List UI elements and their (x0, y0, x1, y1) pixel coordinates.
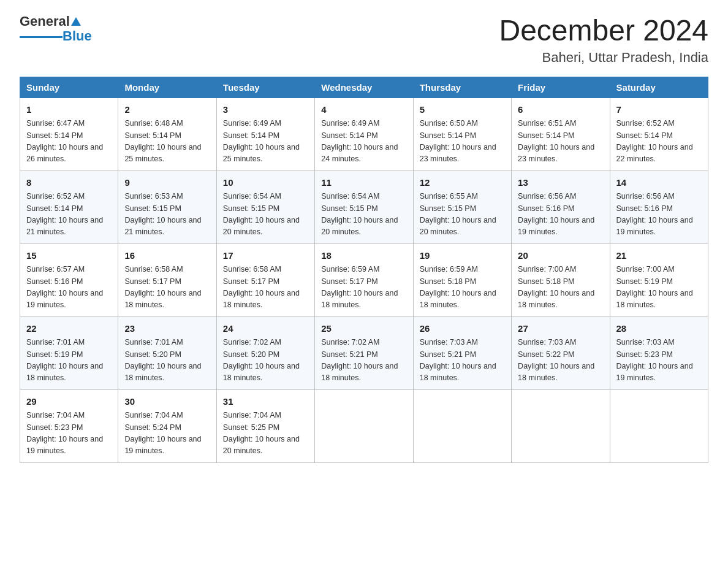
day-number: 22 (26, 322, 112, 336)
day-number: 13 (518, 176, 603, 190)
day-number: 31 (223, 395, 308, 409)
calendar-cell: 2 Sunrise: 6:48 AM Sunset: 5:14 PM Dayli… (118, 98, 216, 170)
day-info: Sunrise: 7:01 AM Sunset: 5:19 PM Dayligh… (26, 337, 112, 385)
day-number: 1 (26, 103, 112, 117)
day-number: 16 (124, 249, 210, 263)
calendar-cell: 3 Sunrise: 6:49 AM Sunset: 5:14 PM Dayli… (216, 98, 314, 170)
day-number: 30 (124, 395, 210, 409)
day-number: 5 (420, 103, 505, 117)
calendar-cell: 22 Sunrise: 7:01 AM Sunset: 5:19 PM Dayl… (20, 316, 118, 389)
day-number: 23 (124, 322, 210, 336)
calendar-cell: 20 Sunrise: 7:00 AM Sunset: 5:18 PM Dayl… (512, 243, 610, 316)
day-info: Sunrise: 7:04 AM Sunset: 5:23 PM Dayligh… (26, 410, 112, 458)
calendar-cell: 5 Sunrise: 6:50 AM Sunset: 5:14 PM Dayli… (413, 98, 511, 170)
day-number: 8 (26, 176, 112, 190)
day-info: Sunrise: 6:58 AM Sunset: 5:17 PM Dayligh… (124, 264, 210, 312)
calendar-cell: 7 Sunrise: 6:52 AM Sunset: 5:14 PM Dayli… (610, 98, 708, 170)
calendar-week-row: 15 Sunrise: 6:57 AM Sunset: 5:16 PM Dayl… (20, 243, 708, 316)
calendar-table: Sunday Monday Tuesday Wednesday Thursday… (20, 77, 708, 463)
col-wednesday: Wednesday (315, 77, 413, 98)
day-number: 25 (321, 322, 406, 336)
day-number: 17 (223, 249, 308, 263)
day-info: Sunrise: 6:52 AM Sunset: 5:14 PM Dayligh… (616, 118, 702, 166)
day-info: Sunrise: 6:59 AM Sunset: 5:17 PM Dayligh… (321, 264, 406, 312)
calendar-cell: 27 Sunrise: 7:03 AM Sunset: 5:22 PM Dayl… (512, 316, 610, 389)
day-info: Sunrise: 7:03 AM Sunset: 5:22 PM Dayligh… (518, 337, 603, 385)
calendar-cell: 26 Sunrise: 7:03 AM Sunset: 5:21 PM Dayl… (413, 316, 511, 389)
page-header: General Blue December 2024 Baheri, Uttar… (20, 15, 708, 66)
calendar-cell: 13 Sunrise: 6:56 AM Sunset: 5:16 PM Dayl… (512, 170, 610, 243)
calendar-cell: 25 Sunrise: 7:02 AM Sunset: 5:21 PM Dayl… (315, 316, 413, 389)
day-info: Sunrise: 7:03 AM Sunset: 5:21 PM Dayligh… (420, 337, 505, 385)
calendar-cell: 23 Sunrise: 7:01 AM Sunset: 5:20 PM Dayl… (118, 316, 216, 389)
day-number: 7 (616, 103, 702, 117)
day-number: 15 (26, 249, 112, 263)
col-sunday: Sunday (20, 77, 118, 98)
day-info: Sunrise: 6:49 AM Sunset: 5:14 PM Dayligh… (321, 118, 406, 166)
calendar-cell: 30 Sunrise: 7:04 AM Sunset: 5:24 PM Dayl… (118, 389, 216, 462)
day-info: Sunrise: 6:57 AM Sunset: 5:16 PM Dayligh… (26, 264, 112, 312)
calendar-cell: 1 Sunrise: 6:47 AM Sunset: 5:14 PM Dayli… (20, 98, 118, 170)
day-number: 6 (518, 103, 603, 117)
header-row: Sunday Monday Tuesday Wednesday Thursday… (20, 77, 708, 98)
day-number: 24 (223, 322, 308, 336)
day-info: Sunrise: 7:04 AM Sunset: 5:24 PM Dayligh… (124, 410, 210, 458)
calendar-cell: 4 Sunrise: 6:49 AM Sunset: 5:14 PM Dayli… (315, 98, 413, 170)
calendar-cell: 8 Sunrise: 6:52 AM Sunset: 5:14 PM Dayli… (20, 170, 118, 243)
calendar-body: 1 Sunrise: 6:47 AM Sunset: 5:14 PM Dayli… (20, 98, 708, 462)
day-info: Sunrise: 7:02 AM Sunset: 5:20 PM Dayligh… (223, 337, 308, 385)
day-number: 19 (420, 249, 505, 263)
day-info: Sunrise: 6:47 AM Sunset: 5:14 PM Dayligh… (26, 118, 112, 166)
logo: General Blue (20, 15, 92, 44)
day-info: Sunrise: 7:00 AM Sunset: 5:19 PM Dayligh… (616, 264, 702, 312)
calendar-cell: 10 Sunrise: 6:54 AM Sunset: 5:15 PM Dayl… (216, 170, 314, 243)
col-friday: Friday (512, 77, 610, 98)
logo-icon (71, 17, 81, 26)
calendar-week-row: 29 Sunrise: 7:04 AM Sunset: 5:23 PM Dayl… (20, 389, 708, 462)
calendar-cell: 19 Sunrise: 6:59 AM Sunset: 5:18 PM Dayl… (413, 243, 511, 316)
calendar-cell (610, 389, 708, 462)
calendar-cell: 12 Sunrise: 6:55 AM Sunset: 5:15 PM Dayl… (413, 170, 511, 243)
day-number: 14 (616, 176, 702, 190)
day-info: Sunrise: 7:02 AM Sunset: 5:21 PM Dayligh… (321, 337, 406, 385)
calendar-week-row: 1 Sunrise: 6:47 AM Sunset: 5:14 PM Dayli… (20, 98, 708, 170)
day-number: 11 (321, 176, 406, 190)
day-number: 4 (321, 103, 406, 117)
calendar-title: December 2024 (499, 15, 708, 47)
day-info: Sunrise: 6:53 AM Sunset: 5:15 PM Dayligh… (124, 191, 210, 239)
day-info: Sunrise: 6:52 AM Sunset: 5:14 PM Dayligh… (26, 191, 112, 239)
calendar-cell: 17 Sunrise: 6:58 AM Sunset: 5:17 PM Dayl… (216, 243, 314, 316)
day-number: 26 (420, 322, 505, 336)
calendar-cell (512, 389, 610, 462)
day-info: Sunrise: 6:51 AM Sunset: 5:14 PM Dayligh… (518, 118, 603, 166)
calendar-cell: 21 Sunrise: 7:00 AM Sunset: 5:19 PM Dayl… (610, 243, 708, 316)
logo-general-text: General (20, 15, 70, 28)
calendar-cell (413, 389, 511, 462)
calendar-cell: 6 Sunrise: 6:51 AM Sunset: 5:14 PM Dayli… (512, 98, 610, 170)
day-info: Sunrise: 6:49 AM Sunset: 5:14 PM Dayligh… (223, 118, 308, 166)
day-number: 12 (420, 176, 505, 190)
day-info: Sunrise: 6:54 AM Sunset: 5:15 PM Dayligh… (321, 191, 406, 239)
calendar-week-row: 22 Sunrise: 7:01 AM Sunset: 5:19 PM Dayl… (20, 316, 708, 389)
col-monday: Monday (118, 77, 216, 98)
calendar-cell (315, 389, 413, 462)
calendar-cell: 9 Sunrise: 6:53 AM Sunset: 5:15 PM Dayli… (118, 170, 216, 243)
day-number: 29 (26, 395, 112, 409)
calendar-cell: 11 Sunrise: 6:54 AM Sunset: 5:15 PM Dayl… (315, 170, 413, 243)
day-info: Sunrise: 6:56 AM Sunset: 5:16 PM Dayligh… (616, 191, 702, 239)
calendar-week-row: 8 Sunrise: 6:52 AM Sunset: 5:14 PM Dayli… (20, 170, 708, 243)
day-number: 20 (518, 249, 603, 263)
day-info: Sunrise: 6:54 AM Sunset: 5:15 PM Dayligh… (223, 191, 308, 239)
calendar-cell: 24 Sunrise: 7:02 AM Sunset: 5:20 PM Dayl… (216, 316, 314, 389)
day-number: 21 (616, 249, 702, 263)
day-info: Sunrise: 6:50 AM Sunset: 5:14 PM Dayligh… (420, 118, 505, 166)
calendar-subtitle: Baheri, Uttar Pradesh, India (499, 50, 708, 66)
calendar-cell: 14 Sunrise: 6:56 AM Sunset: 5:16 PM Dayl… (610, 170, 708, 243)
day-number: 9 (124, 176, 210, 190)
day-info: Sunrise: 6:58 AM Sunset: 5:17 PM Dayligh… (223, 264, 308, 312)
calendar-cell: 18 Sunrise: 6:59 AM Sunset: 5:17 PM Dayl… (315, 243, 413, 316)
day-number: 18 (321, 249, 406, 263)
logo-blue-text: Blue (63, 28, 92, 44)
day-info: Sunrise: 6:56 AM Sunset: 5:16 PM Dayligh… (518, 191, 603, 239)
calendar-cell: 16 Sunrise: 6:58 AM Sunset: 5:17 PM Dayl… (118, 243, 216, 316)
